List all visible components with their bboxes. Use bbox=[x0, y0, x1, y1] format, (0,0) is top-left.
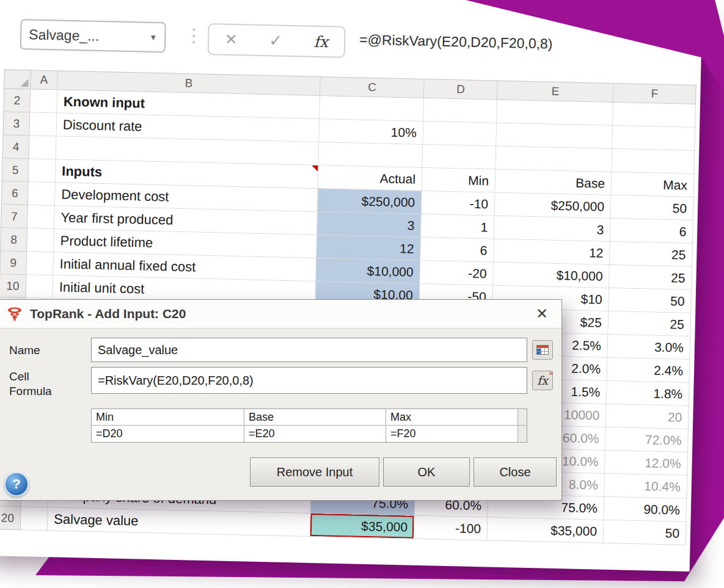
cell-A2[interactable] bbox=[30, 89, 57, 113]
cell-reference-picker-button[interactable] bbox=[532, 340, 553, 360]
cell-C6[interactable]: $250,000 bbox=[318, 189, 422, 214]
param-value-min[interactable]: =D20 bbox=[92, 426, 244, 442]
cell-A20[interactable] bbox=[21, 507, 48, 531]
col-header-A[interactable]: A bbox=[31, 70, 58, 90]
cell-D9[interactable]: -20 bbox=[420, 261, 494, 286]
row-header-10[interactable]: 10 bbox=[0, 274, 26, 298]
cell-E20[interactable]: $35,000 bbox=[488, 518, 604, 543]
edit-function-button[interactable]: fx bbox=[532, 371, 553, 390]
cell-A6[interactable] bbox=[28, 182, 56, 206]
cell-F6[interactable]: 50 bbox=[611, 195, 694, 220]
col-header-C[interactable]: C bbox=[320, 76, 425, 98]
cell-D4[interactable] bbox=[422, 145, 496, 170]
cell-E8[interactable]: 12 bbox=[494, 239, 610, 265]
cell-E2[interactable] bbox=[497, 100, 613, 126]
row-header-5[interactable]: 5 bbox=[2, 158, 29, 182]
cell-formula-field[interactable] bbox=[91, 367, 527, 394]
cell-A8[interactable] bbox=[27, 228, 54, 252]
cell-F20[interactable]: 50 bbox=[604, 520, 687, 545]
select-all-corner[interactable] bbox=[4, 69, 31, 89]
param-header-max: Max bbox=[386, 409, 518, 426]
cell-F2[interactable] bbox=[613, 103, 696, 128]
name-field-label: Name bbox=[9, 344, 40, 357]
cell-F4[interactable] bbox=[612, 149, 695, 174]
param-value-max[interactable]: =F20 bbox=[386, 426, 518, 442]
cell-D20[interactable]: -100 bbox=[414, 516, 488, 541]
cell-F9[interactable]: 25 bbox=[609, 265, 692, 290]
chevron-down-icon[interactable]: ▼ bbox=[149, 32, 157, 42]
param-header-min: Min bbox=[92, 409, 244, 426]
cell-F10[interactable]: 50 bbox=[609, 288, 692, 313]
cell-F16[interactable]: 72.0% bbox=[605, 427, 689, 452]
close-button[interactable]: Close bbox=[474, 457, 557, 487]
cell-C4[interactable] bbox=[319, 142, 423, 168]
name-field[interactable] bbox=[91, 338, 527, 362]
cell-F19[interactable]: 90.0% bbox=[604, 497, 687, 522]
cell-F8[interactable]: 25 bbox=[610, 242, 693, 267]
cell-A5[interactable] bbox=[29, 159, 56, 183]
cell-A9[interactable] bbox=[26, 252, 54, 275]
cell-C2[interactable] bbox=[320, 96, 424, 122]
cell-E4[interactable] bbox=[495, 147, 612, 172]
row-header-2[interactable]: 2 bbox=[3, 89, 31, 112]
row-header-7[interactable]: 7 bbox=[1, 205, 28, 228]
col-header-E[interactable]: E bbox=[497, 81, 614, 103]
close-icon[interactable]: ✕ bbox=[532, 305, 552, 322]
cell-F3[interactable] bbox=[612, 126, 695, 151]
cell-E7[interactable]: 3 bbox=[494, 216, 611, 242]
ok-button[interactable]: OK bbox=[383, 457, 470, 487]
cell-F12[interactable]: 3.0% bbox=[608, 335, 691, 360]
cell-E5[interactable]: Base bbox=[495, 170, 612, 195]
cell-A4[interactable] bbox=[29, 136, 57, 159]
insert-function-button[interactable]: fx bbox=[313, 32, 328, 51]
dialog-title: TopRank - Add Input: C20 bbox=[30, 307, 186, 321]
cell-D6[interactable]: -10 bbox=[422, 191, 495, 216]
cell-F7[interactable]: 6 bbox=[610, 219, 693, 244]
cell-C3[interactable]: 10% bbox=[319, 119, 423, 145]
cell-D8[interactable]: 6 bbox=[420, 238, 494, 263]
col-header-D[interactable]: D bbox=[424, 79, 498, 100]
cell-F5[interactable]: Max bbox=[612, 172, 695, 197]
cell-F18[interactable]: 10.4% bbox=[604, 474, 687, 499]
cell-F15[interactable]: 20 bbox=[606, 404, 689, 429]
param-value-stub bbox=[518, 426, 527, 442]
cell-D3[interactable] bbox=[423, 122, 497, 147]
param-header-base: Base bbox=[244, 409, 386, 426]
cell-D5[interactable]: Min bbox=[422, 168, 496, 193]
row-header-3[interactable]: 3 bbox=[3, 112, 31, 136]
cell-F17[interactable]: 12.0% bbox=[605, 451, 688, 476]
cell-F11[interactable]: 25 bbox=[608, 311, 691, 336]
cell-A10[interactable] bbox=[26, 275, 53, 299]
cell-D2[interactable] bbox=[423, 98, 497, 123]
row-header-9[interactable]: 9 bbox=[0, 251, 27, 275]
formula-bar-input[interactable]: =@RiskVary(E20,D20,F20,0,8) bbox=[359, 32, 553, 53]
row-header-20[interactable]: 20 bbox=[0, 506, 21, 530]
cell-A3[interactable] bbox=[30, 112, 57, 136]
col-header-F[interactable]: F bbox=[613, 83, 697, 104]
page: Salvage_... ▼ ⋮ ✕ ✓ fx =@RiskVary(E20,D2… bbox=[0, 0, 724, 588]
cell-A7[interactable] bbox=[27, 205, 55, 229]
row-header-6[interactable]: 6 bbox=[1, 181, 29, 205]
help-button[interactable]: ? bbox=[4, 472, 29, 496]
name-box[interactable]: Salvage_... ▼ bbox=[20, 19, 166, 53]
cell-E3[interactable] bbox=[496, 123, 613, 149]
cell-E9[interactable]: $10,000 bbox=[493, 263, 610, 288]
cell-E6[interactable]: $250,000 bbox=[495, 193, 612, 219]
name-box-value: Salvage_... bbox=[29, 26, 100, 45]
row-header-4[interactable]: 4 bbox=[2, 135, 30, 159]
row-header-8[interactable]: 8 bbox=[0, 228, 27, 252]
confirm-entry-button[interactable]: ✓ bbox=[269, 31, 282, 50]
cell-C9[interactable]: $10,000 bbox=[316, 258, 420, 284]
remove-input-button[interactable]: Remove Input bbox=[250, 457, 379, 487]
cell-C5[interactable]: Actual bbox=[318, 165, 423, 191]
cell-D7[interactable]: 1 bbox=[421, 214, 495, 239]
cell-C7[interactable]: 3 bbox=[317, 212, 422, 238]
cell-C8[interactable]: 12 bbox=[316, 235, 421, 261]
cancel-entry-button[interactable]: ✕ bbox=[225, 31, 238, 48]
dialog-title-bar[interactable]: TopRank - Add Input: C20 ✕ bbox=[0, 300, 561, 328]
cell-C20[interactable]: $35,000 bbox=[310, 514, 415, 539]
param-value-base[interactable]: =E20 bbox=[244, 426, 386, 442]
toolbar-separator: ⋮ bbox=[185, 26, 203, 45]
cell-F14[interactable]: 1.8% bbox=[607, 381, 690, 406]
cell-F13[interactable]: 2.4% bbox=[607, 358, 690, 383]
